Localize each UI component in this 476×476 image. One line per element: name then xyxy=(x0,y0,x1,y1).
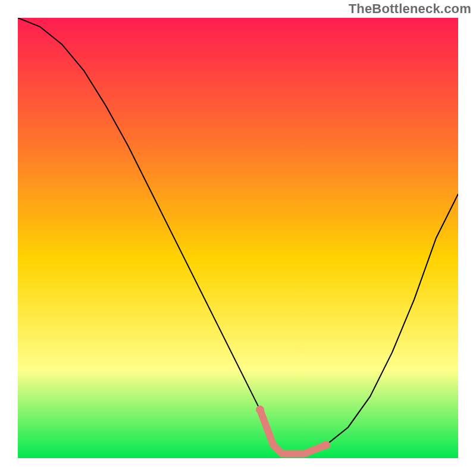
stage: TheBottleneck.com xyxy=(0,0,476,476)
gradient-background xyxy=(18,18,458,458)
highlight-dot-left xyxy=(256,406,264,414)
chart-svg xyxy=(18,18,458,458)
watermark-text: TheBottleneck.com xyxy=(349,1,471,17)
highlight-dot-right xyxy=(322,441,330,449)
chart-panel xyxy=(18,18,458,458)
